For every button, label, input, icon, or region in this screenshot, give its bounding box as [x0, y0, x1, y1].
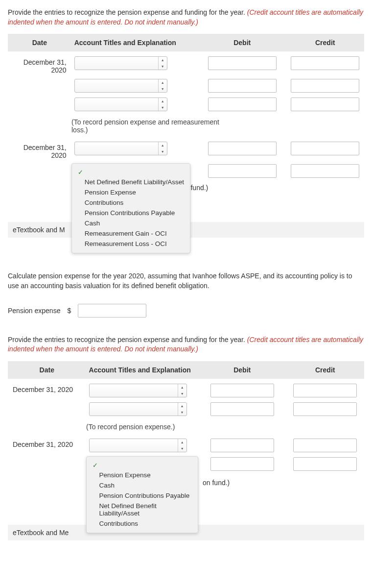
account-select-wrap[interactable]: ▲▼	[89, 402, 187, 416]
table2-date1: December 31, 2020	[8, 384, 86, 393]
instruction-1: Provide the entries to recognize the pen…	[8, 8, 364, 27]
credit-input-2[interactable]	[291, 79, 359, 93]
account-select-wrap[interactable]: ▲▼	[74, 79, 167, 93]
account-select-1[interactable]	[74, 56, 167, 70]
table2-header: Date Account Titles and Explanation Debi…	[8, 361, 364, 379]
account-select-wrap[interactable]: ▲▼	[74, 98, 167, 111]
on-fund-text-2: on fund.)	[203, 479, 230, 487]
account-select-wrap[interactable]: ▲▼	[89, 439, 187, 452]
date1-l1: December 31,	[23, 58, 67, 66]
stepper-icon[interactable]: ▲▼	[178, 403, 186, 416]
dropdown-option[interactable]: Remeasurement Loss - OCI	[72, 239, 190, 249]
stepper-icon[interactable]: ▲▼	[158, 57, 167, 70]
account-select-wrap[interactable]: ▲▼	[74, 56, 167, 70]
account-select-wrap[interactable]: ▲▼	[74, 142, 167, 155]
credit-input-5[interactable]	[291, 164, 359, 178]
account-select-wrap[interactable]: ▲▼	[89, 384, 187, 397]
debit-input-2[interactable]	[208, 79, 277, 93]
table1-caption1-row: (To record pension expense and remeasure…	[8, 116, 364, 135]
dropdown-option[interactable]: Cash	[87, 480, 198, 490]
dollar-sign: $	[67, 307, 71, 315]
account-dropdown-1[interactable]: ✓ Net Defined Benefit Liability/AssetPen…	[71, 163, 190, 253]
dropdown-option[interactable]: Contributions	[87, 518, 198, 529]
pension-expense-label: Pension expense	[8, 307, 60, 315]
etextbook-label-1: eTextbook and M	[13, 226, 65, 234]
account-select-4[interactable]	[74, 142, 167, 155]
debit-input-5[interactable]	[208, 164, 277, 178]
header-account: Account Titles and Explanation	[71, 39, 198, 47]
table2-date2: December 31, 2020	[8, 439, 86, 448]
credit-input-1[interactable]	[291, 56, 359, 70]
table2-row1: December 31, 2020 ▲▼	[8, 384, 364, 397]
dropdown-option[interactable]: Net Defined Benefit Liability/Asset	[72, 177, 190, 187]
t2-debit-1[interactable]	[210, 384, 274, 397]
dropdown-option[interactable]: Contributions	[72, 197, 190, 208]
table1-row5: ✓ Net Defined Benefit Liability/AssetPen…	[8, 164, 364, 178]
account-select-3[interactable]	[74, 98, 167, 111]
calc-instruction: Calculate pension expense for the year 2…	[8, 271, 364, 291]
table1-header: Date Account Titles and Explanation Debi…	[8, 34, 364, 51]
table1-row2: ▲▼	[8, 79, 364, 93]
table1-row1: December 31, 2020 ▲▼	[8, 56, 364, 74]
date2-l1: December 31,	[23, 144, 67, 151]
pension-expense-input[interactable]	[78, 304, 146, 318]
t2-debit-3[interactable]	[210, 439, 274, 452]
dropdown-option[interactable]: Cash	[72, 218, 190, 228]
stepper-icon[interactable]: ▲▼	[178, 384, 186, 397]
header2-debit: Debit	[198, 366, 286, 374]
stepper-icon[interactable]: ▲▼	[158, 98, 167, 111]
instruction-2-text: Provide the entries to recognize the pen…	[8, 336, 247, 343]
header2-credit: Credit	[286, 366, 364, 374]
table1-row4: December 31, 2020 ▲▼	[8, 142, 364, 159]
table2-row4: ✓ Pension ExpenseCashPension Contributio…	[8, 457, 364, 471]
date2-l2: 2020	[51, 151, 67, 159]
etextbook-label-2: eTextbook and Me	[13, 529, 69, 537]
debit-input-4[interactable]	[208, 142, 277, 155]
credit-input-4[interactable]	[291, 142, 359, 155]
header2-date: Date	[8, 366, 86, 374]
t2-credit-1[interactable]	[293, 384, 357, 397]
header-credit: Credit	[286, 39, 364, 47]
t2-credit-4[interactable]	[293, 457, 357, 471]
table1-row3: ▲▼	[8, 98, 364, 111]
table2-row3: December 31, 2020 ▲▼	[8, 439, 364, 452]
t2-debit-2[interactable]	[210, 402, 274, 416]
dropdown-option[interactable]: Pension Expense	[72, 187, 190, 197]
account-dropdown-2[interactable]: ✓ Pension ExpenseCashPension Contributio…	[86, 456, 198, 533]
table1-date1: December 31, 2020	[8, 56, 71, 74]
stepper-icon[interactable]: ▲▼	[158, 142, 167, 155]
pension-expense-row: Pension expense $	[8, 304, 364, 318]
table1-caption1: (To record pension expense and remeasure…	[71, 116, 228, 135]
dropdown-option[interactable]: Remeasurement Gain - OCI	[72, 228, 190, 239]
instruction-2: Provide the entries to recognize the pen…	[8, 335, 364, 354]
table2-caption-row: (To record pension expense.)	[8, 421, 364, 432]
date1-l2: 2020	[51, 66, 67, 74]
stepper-icon[interactable]: ▲▼	[158, 79, 167, 92]
debit-input-3[interactable]	[208, 98, 277, 111]
header-date: Date	[8, 39, 71, 47]
dropdown-option[interactable]: Pension Expense	[87, 470, 198, 480]
header-debit: Debit	[198, 39, 286, 47]
dropdown-check-icon: ✓	[87, 461, 198, 470]
table1-date2: December 31, 2020	[8, 142, 71, 159]
t2-credit-2[interactable]	[293, 402, 357, 416]
account-select-2[interactable]	[74, 79, 167, 93]
credit-input-3[interactable]	[291, 98, 359, 111]
t2-account-select-1[interactable]	[89, 384, 187, 397]
stepper-icon[interactable]: ▲▼	[178, 439, 186, 452]
t2-credit-3[interactable]	[293, 439, 357, 452]
table2-row2: ▲▼	[8, 402, 364, 416]
debit-input-1[interactable]	[208, 56, 277, 70]
header2-account: Account Titles and Explanation	[86, 366, 198, 374]
dropdown-option[interactable]: Pension Contributions Payable	[87, 490, 198, 501]
t2-account-select-3[interactable]	[89, 439, 187, 452]
instruction-1-text: Provide the entries to recognize the pen…	[8, 8, 247, 16]
dropdown-option[interactable]: Pension Contributions Payable	[72, 208, 190, 218]
dropdown-option[interactable]: Net Defined Benefit Liability/Asset	[87, 501, 198, 518]
t2-account-select-2[interactable]	[89, 402, 187, 416]
t2-debit-4[interactable]	[210, 457, 274, 471]
table2-caption1: (To record pension expense.)	[86, 421, 199, 432]
dropdown-check-icon: ✓	[72, 168, 190, 177]
